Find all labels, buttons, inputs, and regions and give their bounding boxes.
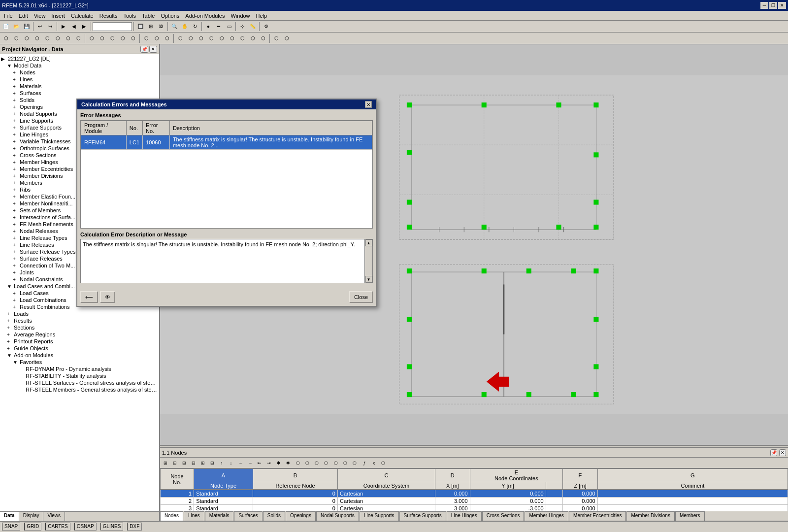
- menu-tools[interactable]: Tools: [120, 12, 139, 20]
- tb2-1[interactable]: ⬡: [1, 33, 11, 43]
- tb2-10[interactable]: ⬡: [97, 33, 107, 43]
- bottom-tab-line-hinges[interactable]: Line Hinges: [447, 511, 482, 521]
- menu-window[interactable]: Window: [228, 12, 253, 20]
- restore-btn[interactable]: ❐: [769, 2, 777, 9]
- tt-13[interactable]: ✱: [274, 459, 283, 467]
- tb-calc[interactable]: ▶: [59, 22, 68, 32]
- menu-addon[interactable]: Add-on Modules: [182, 12, 228, 20]
- tb2-24[interactable]: ⬡: [248, 33, 258, 43]
- tb2-4[interactable]: ⬡: [32, 33, 42, 43]
- nav-tab-data[interactable]: Data: [0, 512, 19, 521]
- menu-file[interactable]: File: [1, 12, 16, 20]
- menu-view[interactable]: View: [31, 12, 49, 20]
- tb2-14[interactable]: ⬡: [141, 33, 151, 43]
- tree-item[interactable]: +Printout Reports: [1, 338, 158, 345]
- nav-tab-display[interactable]: Display: [19, 512, 44, 521]
- tree-item[interactable]: +Loads: [1, 310, 158, 317]
- bottom-tab-member-hinges[interactable]: Member Hinges: [525, 511, 568, 521]
- tb2-16[interactable]: ⬡: [162, 33, 172, 43]
- tt-7[interactable]: ↑: [217, 459, 226, 467]
- table-row[interactable]: 2Standard0Cartesian3.0000.0000.000: [161, 498, 788, 505]
- status-grid[interactable]: GRID: [24, 523, 41, 531]
- tb2-3[interactable]: ⬡: [22, 33, 32, 43]
- menu-calculate[interactable]: Calculate: [68, 12, 97, 20]
- tb-measure[interactable]: 📏: [248, 22, 258, 32]
- tb-save[interactable]: 💾: [22, 22, 32, 32]
- tree-item[interactable]: ▼Favorites: [1, 359, 158, 366]
- status-snap[interactable]: SNAP: [2, 523, 20, 531]
- minimize-btn[interactable]: ─: [760, 2, 768, 9]
- tt-24[interactable]: ⬡: [379, 459, 388, 467]
- bottom-tab-lines[interactable]: Lines: [184, 511, 204, 521]
- tb2-25[interactable]: ⬡: [258, 33, 268, 43]
- tb2-5[interactable]: ⬡: [42, 33, 52, 43]
- tree-item[interactable]: ▼Add-on Modules: [1, 352, 158, 359]
- dialog-close-btn[interactable]: Close: [349, 291, 373, 303]
- tree-item[interactable]: +Materials: [1, 83, 158, 90]
- scroll-down-btn[interactable]: ▼: [365, 276, 372, 283]
- tb-prev[interactable]: ◀: [69, 22, 79, 32]
- tb-3d[interactable]: 🗱: [156, 22, 166, 32]
- tb2-15[interactable]: ⬡: [152, 33, 162, 43]
- tb2-13[interactable]: ⬡: [128, 33, 138, 43]
- bottom-tab-surfaces[interactable]: Surfaces: [234, 511, 262, 521]
- tt-21[interactable]: ⬡: [350, 459, 359, 467]
- tb2-18[interactable]: ⬡: [186, 33, 196, 43]
- tt-18[interactable]: ⬡: [322, 459, 330, 467]
- nav-close-btn[interactable]: ✕: [149, 46, 157, 53]
- tb2-20[interactable]: ⬡: [206, 33, 216, 43]
- bottom-tab-nodes[interactable]: Nodes: [160, 511, 183, 521]
- tb2-19[interactable]: ⬡: [196, 33, 206, 43]
- tb2-22[interactable]: ⬡: [227, 33, 237, 43]
- table-row[interactable]: 1Standard0Cartesian0.0000.0000.000: [161, 490, 788, 498]
- tb-settings[interactable]: ⚙: [261, 22, 271, 32]
- tt-3[interactable]: ⊞: [180, 459, 189, 467]
- bottom-tab-member-divisions[interactable]: Member Divisions: [626, 511, 674, 521]
- tb2-12[interactable]: ⬡: [118, 33, 128, 43]
- menu-insert[interactable]: Insert: [48, 12, 68, 20]
- tt-8[interactable]: ↓: [227, 459, 235, 467]
- dialog-eye-btn[interactable]: 👁: [100, 291, 115, 303]
- tb2-7[interactable]: ⬡: [63, 33, 73, 43]
- lc-input[interactable]: LC1: [93, 22, 132, 31]
- tb-open[interactable]: 📂: [11, 22, 21, 32]
- bottom-tab-nodal-supports[interactable]: Nodal Supports: [316, 511, 359, 521]
- table-pin-btn[interactable]: 📌: [770, 449, 777, 456]
- menu-options[interactable]: Options: [158, 12, 182, 20]
- tb-select[interactable]: ⊹: [237, 22, 247, 32]
- status-glines[interactable]: GLINES: [100, 523, 124, 531]
- close-btn[interactable]: ✕: [778, 2, 786, 9]
- menu-results[interactable]: Results: [97, 12, 121, 20]
- tree-item[interactable]: +Average Regions: [1, 331, 158, 338]
- bottom-tab-line-supports[interactable]: Line Supports: [360, 511, 399, 521]
- tt-1[interactable]: ⊞: [161, 459, 170, 467]
- tb-node[interactable]: ●: [203, 22, 213, 32]
- tb-surf[interactable]: ▭: [224, 22, 234, 32]
- menu-help[interactable]: Help: [253, 12, 270, 20]
- menu-table[interactable]: Table: [139, 12, 158, 20]
- bottom-tab-materials[interactable]: Materials: [205, 511, 234, 521]
- status-dxf[interactable]: DXF: [127, 523, 142, 531]
- tb2-21[interactable]: ⬡: [217, 33, 227, 43]
- calculation-errors-dialog[interactable]: Calculation Errors and Messages ✕ Error …: [76, 99, 377, 307]
- tb-line[interactable]: ━: [214, 22, 224, 32]
- tree-item[interactable]: +Surfaces: [1, 90, 158, 97]
- scroll-up-btn[interactable]: ▲: [365, 239, 372, 246]
- tree-item[interactable]: +Nodes: [1, 69, 158, 76]
- status-osnap[interactable]: OSNAP: [74, 523, 97, 531]
- tb2-9[interactable]: ⬡: [87, 33, 97, 43]
- tb-view1[interactable]: 🔲: [135, 22, 145, 32]
- tree-item[interactable]: +Sections: [1, 324, 158, 331]
- desc-textarea[interactable]: [81, 239, 364, 283]
- tt-11[interactable]: ⇤: [255, 459, 264, 467]
- tb2-27[interactable]: ⬡: [282, 33, 292, 43]
- tb2-6[interactable]: ⬡: [53, 33, 63, 43]
- tb-undo[interactable]: ↩: [35, 22, 45, 32]
- tb-pan[interactable]: ✋: [180, 22, 190, 32]
- table-close-btn[interactable]: ✕: [779, 449, 786, 456]
- nav-pin-btn[interactable]: 📌: [140, 46, 148, 53]
- tt-23[interactable]: x: [369, 459, 378, 467]
- tt-2[interactable]: ⊟: [170, 459, 179, 467]
- tt-17[interactable]: ⬡: [312, 459, 321, 467]
- tt-10[interactable]: →: [246, 459, 255, 467]
